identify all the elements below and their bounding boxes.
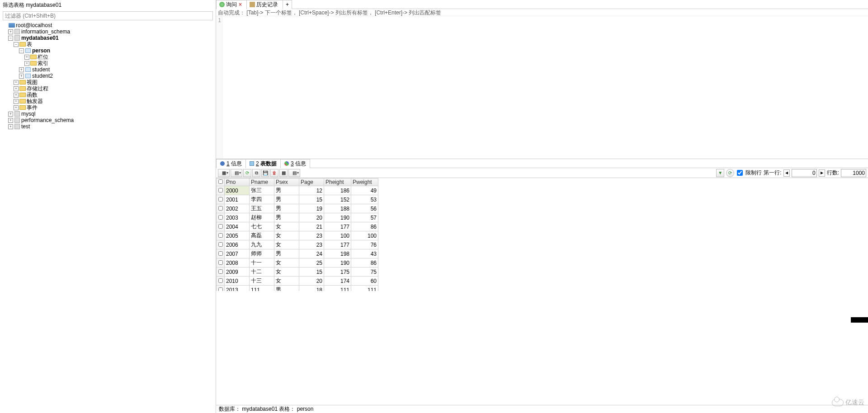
cell[interactable]: 男 (274, 286, 299, 291)
cell[interactable]: 2001 (225, 195, 250, 204)
cell[interactable]: 111 (324, 286, 351, 291)
tab-add[interactable]: + (283, 0, 292, 9)
cell[interactable]: 57 (351, 213, 378, 222)
cell[interactable]: 2006 (225, 240, 250, 249)
tree-node-栏位[interactable]: +栏位 (2, 54, 216, 60)
cell[interactable]: 十三 (250, 277, 274, 286)
first-next-button[interactable]: ▶ (819, 169, 825, 177)
cell[interactable]: 2013 (225, 286, 250, 291)
table-row[interactable]: 2008十一女2519086 (217, 258, 378, 268)
row-checkbox[interactable] (218, 188, 223, 192)
cell[interactable]: 186 (324, 186, 351, 195)
view-mode-button[interactable]: ▦ (218, 169, 230, 177)
cell[interactable]: 女 (274, 222, 299, 231)
cell[interactable]: 赵柳 (250, 213, 274, 222)
table-row[interactable]: 2010十三女2017460 (217, 277, 378, 286)
cell[interactable]: 19 (299, 204, 324, 213)
cell[interactable]: 25 (299, 258, 324, 268)
expander-icon[interactable]: + (14, 99, 19, 104)
edit-button[interactable]: ▦ (279, 169, 288, 177)
cell[interactable]: 21 (299, 222, 324, 231)
row-checkbox[interactable] (218, 224, 223, 229)
cell[interactable]: 60 (351, 277, 378, 286)
tree-node-表[interactable]: −表 (2, 41, 216, 47)
cell[interactable]: 198 (324, 249, 351, 258)
cell[interactable]: 张三 (250, 186, 274, 195)
expander-icon[interactable]: − (19, 48, 24, 53)
tab-query[interactable]: 询问 × (216, 0, 247, 9)
cell[interactable]: 王五 (250, 204, 274, 213)
column-header-Pheight[interactable]: Pheight (324, 178, 351, 186)
cell[interactable]: 七七 (250, 222, 274, 231)
tree-node-root@localhost[interactable]: root@localhost (2, 22, 216, 28)
cell[interactable]: 十一 (250, 258, 274, 268)
cell[interactable]: 2008 (225, 258, 250, 268)
row-checkbox[interactable] (218, 215, 223, 220)
cell[interactable]: 86 (351, 258, 378, 268)
table-row[interactable]: 2003赵柳男2019057 (217, 213, 378, 222)
export-button[interactable]: ▤ (231, 169, 242, 177)
column-header-Pweight[interactable]: Pweight (351, 178, 378, 186)
first-row-input[interactable] (792, 169, 817, 177)
tree-node-mysql[interactable]: +mysql (2, 111, 216, 117)
cell[interactable]: 111 (351, 286, 378, 291)
cell[interactable]: 女 (274, 277, 299, 286)
delete-button[interactable]: 🗑 (270, 169, 278, 177)
column-header-Pno[interactable]: Pno (225, 178, 250, 186)
editor-content[interactable] (222, 16, 868, 159)
tree-node-performance_schema[interactable]: +performance_schema (2, 117, 216, 123)
cell[interactable]: 23 (299, 240, 324, 249)
cell[interactable]: 20 (299, 213, 324, 222)
table-row[interactable]: 2004七七女2117786 (217, 222, 378, 231)
cell[interactable]: 190 (324, 213, 351, 222)
cell[interactable]: 九九 (250, 240, 274, 249)
cell[interactable]: 2005 (225, 231, 250, 240)
table-row[interactable]: 2007师师男2419843 (217, 249, 378, 258)
cell[interactable]: 56 (351, 204, 378, 213)
expander-icon[interactable]: + (8, 112, 13, 117)
table-row[interactable]: 2006九九女2317776 (217, 240, 378, 249)
cell[interactable]: 20 (299, 277, 324, 286)
cell[interactable]: 100 (324, 231, 351, 240)
tree-node-test[interactable]: +test (2, 123, 216, 130)
cell[interactable]: 177 (324, 222, 351, 231)
cell[interactable]: 49 (351, 186, 378, 195)
row-checkbox[interactable] (218, 269, 223, 274)
cell[interactable]: 男 (274, 213, 299, 222)
cell[interactable]: 12 (299, 186, 324, 195)
expander-icon[interactable]: + (19, 74, 24, 79)
tree-node-mydatabase01[interactable]: −mydatabase01 (2, 35, 216, 41)
tree-node-函数[interactable]: +函数 (2, 92, 216, 98)
row-checkbox[interactable] (218, 197, 223, 202)
close-icon[interactable]: × (239, 1, 242, 8)
cell[interactable]: 100 (351, 231, 378, 240)
row-checkbox[interactable] (218, 260, 223, 265)
tree-node-存储过程[interactable]: +存储过程 (2, 85, 216, 92)
expander-icon[interactable]: + (19, 67, 24, 72)
expander-icon[interactable]: + (24, 61, 29, 66)
cell[interactable]: 2004 (225, 222, 250, 231)
refresh-filter-button[interactable]: ⟳ (726, 169, 734, 177)
cell[interactable]: 2010 (225, 277, 250, 286)
cell[interactable]: 24 (299, 249, 324, 258)
cell[interactable]: 76 (351, 240, 378, 249)
table-row[interactable]: 2000张三男1218649 (217, 186, 378, 195)
column-header-Pname[interactable]: Pname (250, 178, 274, 186)
table-row[interactable]: 2009十二女1517575 (217, 268, 378, 277)
column-header-Page[interactable]: Page (299, 178, 324, 186)
row-checkbox[interactable] (218, 278, 223, 283)
cell[interactable]: 2009 (225, 268, 250, 277)
row-checkbox[interactable] (218, 233, 223, 238)
table-row[interactable]: 2005高磊女23100100 (217, 231, 378, 240)
cell[interactable]: 女 (274, 240, 299, 249)
expander-icon[interactable]: − (14, 42, 19, 47)
tree-node-触发器[interactable]: +触发器 (2, 98, 216, 104)
tab-history[interactable]: 历史记录 (246, 0, 283, 9)
subtab-info[interactable]: 1 信息 (216, 159, 246, 168)
cell[interactable]: 高磊 (250, 231, 274, 240)
cell[interactable]: 177 (324, 240, 351, 249)
cell[interactable]: 男 (274, 204, 299, 213)
cell[interactable]: 174 (324, 277, 351, 286)
cell[interactable]: 23 (299, 231, 324, 240)
expander-icon[interactable]: + (14, 93, 19, 98)
